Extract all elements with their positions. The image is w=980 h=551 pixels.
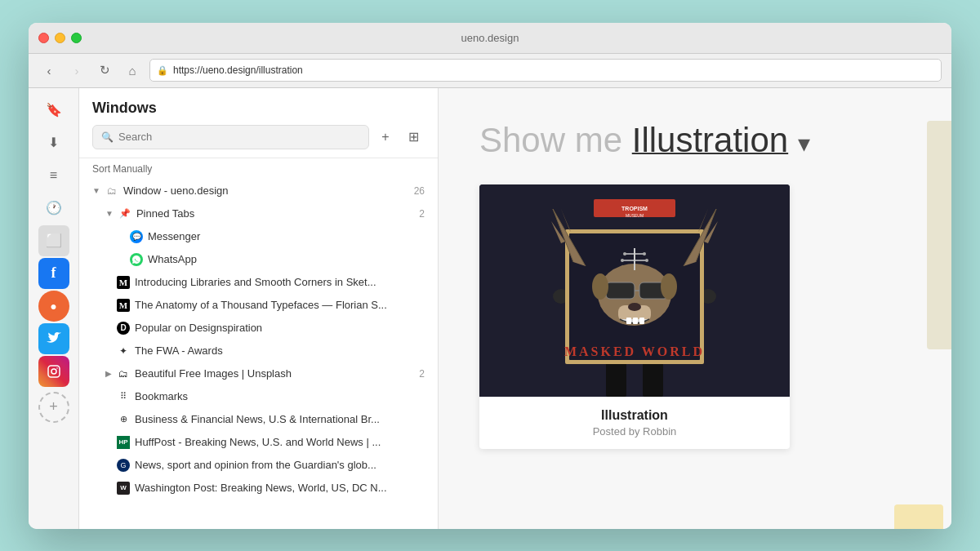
- maximize-button[interactable]: [71, 33, 82, 43]
- twitter-sidebar-btn[interactable]: [38, 323, 69, 354]
- svg-rect-25: [633, 318, 638, 324]
- list-item[interactable]: M The Anatomy of a Thousand Typefaces — …: [79, 294, 438, 317]
- forward-button[interactable]: ›: [66, 60, 87, 81]
- product-sidebar-btn[interactable]: ●: [38, 291, 69, 322]
- downloads-sidebar-btn[interactable]: ⬇: [38, 127, 69, 158]
- traffic-lights: [38, 33, 82, 43]
- facebook-sidebar-btn[interactable]: f: [38, 258, 69, 289]
- minimize-button[interactable]: [55, 33, 65, 43]
- list-item[interactable]: HP HuffPost - Breaking News, U.S. and Wo…: [79, 431, 438, 454]
- item-count: 2: [419, 208, 425, 220]
- bottom-partial-card: [894, 504, 943, 529]
- designspiration-icon: D: [117, 322, 130, 335]
- card-info: Illustration Posted by Robbin: [479, 397, 790, 449]
- list-item[interactable]: 💬 Messenger: [79, 225, 438, 248]
- washingtonpost-icon: W: [117, 482, 130, 495]
- svg-rect-24: [626, 318, 631, 324]
- list-item[interactable]: M Introducing Libraries and Smooth Corne…: [79, 271, 438, 294]
- svg-point-30: [623, 252, 626, 256]
- item-count: 26: [414, 185, 425, 197]
- reload-button[interactable]: ↻: [94, 60, 115, 81]
- card-container: TROPISM MUSEUM: [479, 184, 790, 449]
- readinglist-sidebar-btn[interactable]: ≡: [38, 160, 69, 191]
- list-item[interactable]: ⠿ Bookmarks: [79, 385, 438, 408]
- browser-window: ueno.design ‹ › ↻ ⌂ 🔒 https://ueno.desig…: [29, 23, 951, 529]
- window-title: ueno.design: [461, 32, 519, 44]
- address-bar[interactable]: 🔒 https://ueno.design/illustration: [149, 59, 942, 82]
- home-button[interactable]: ⌂: [122, 60, 143, 81]
- bookmarks-sidebar-btn[interactable]: 🔖: [38, 95, 69, 126]
- bookmarks-list: ▼ 🗂 Window - ueno.design 26 ▼ 📌 Pinned T…: [79, 178, 438, 529]
- item-label: Messenger: [148, 230, 425, 242]
- back-button[interactable]: ‹: [38, 60, 60, 81]
- lock-icon: 🔒: [157, 65, 168, 76]
- item-label: The FWA - Awards: [135, 344, 425, 357]
- svg-text:MUSEUM: MUSEUM: [626, 213, 644, 218]
- item-label: The Anatomy of a Thousand Typefaces — Fl…: [135, 299, 425, 311]
- right-partial-card: [927, 121, 951, 349]
- add-window-button[interactable]: +: [374, 126, 397, 149]
- item-label: Business & Financial News, U.S & Interna…: [135, 413, 425, 425]
- search-input[interactable]: [118, 131, 360, 143]
- svg-text:MASKED WORLD: MASKED WORLD: [564, 344, 705, 358]
- bookmarks-panel: Windows 🔍 + ⊞ Sort Manually ▼ 🗂 Window -…: [79, 88, 439, 529]
- bookmarks-grid-icon: ⠿: [117, 390, 130, 403]
- item-label: Window - ueno.design: [123, 184, 409, 197]
- item-label: WhatsApp: [148, 253, 425, 265]
- illustration-card[interactable]: TROPISM MUSEUM: [479, 184, 790, 449]
- svg-rect-0: [48, 366, 60, 377]
- item-label: Pinned Tabs: [136, 207, 414, 220]
- list-item[interactable]: D Popular on Designspiration: [79, 317, 438, 340]
- list-item[interactable]: ✦ The FWA - Awards: [79, 340, 438, 362]
- list-item[interactable]: W Washington Post: Breaking News, World,…: [79, 477, 438, 500]
- grid-view-button[interactable]: ⊞: [402, 126, 425, 149]
- instagram-sidebar-btn[interactable]: [38, 356, 69, 387]
- list-item[interactable]: ⊕ Business & Financial News, U.S & Inter…: [79, 408, 438, 431]
- svg-text:TROPISM: TROPISM: [621, 206, 648, 211]
- fwa-icon: ✦: [117, 344, 130, 358]
- dropdown-arrow-icon[interactable]: ▾: [798, 130, 810, 157]
- svg-point-31: [643, 252, 646, 256]
- whatsapp-icon: [130, 253, 143, 266]
- windows-sidebar-btn[interactable]: ⬜: [38, 225, 69, 256]
- medium-icon: M: [117, 276, 130, 289]
- svg-rect-17: [606, 282, 635, 299]
- search-icon: 🔍: [101, 131, 114, 143]
- guardian-icon: G: [117, 459, 130, 472]
- item-label: Beautiful Free Images | Unsplash: [135, 367, 414, 380]
- pin-icon: 📌: [118, 207, 131, 220]
- business-icon: ⊕: [117, 413, 130, 426]
- nav-bar: ‹ › ↻ ⌂ 🔒 https://ueno.design/illustrati…: [29, 54, 951, 88]
- item-label: News, sport and opinion from the Guardia…: [135, 459, 425, 471]
- list-item[interactable]: G News, sport and opinion from the Guard…: [79, 454, 438, 477]
- svg-point-32: [621, 259, 624, 262]
- item-count: 2: [419, 368, 425, 380]
- card-subtitle: Posted by Robbin: [492, 425, 777, 438]
- svg-point-23: [628, 303, 641, 311]
- history-sidebar-btn[interactable]: 🕐: [38, 193, 69, 224]
- list-item[interactable]: WhatsApp: [79, 248, 438, 271]
- close-button[interactable]: [38, 33, 49, 43]
- list-item[interactable]: ▶ 🗂 Beautiful Free Images | Unsplash 2: [79, 362, 438, 385]
- chevron-down-icon: ▼: [105, 209, 114, 218]
- page-heading: Show me Illustration ▾: [479, 121, 810, 160]
- list-item[interactable]: ▼ 📌 Pinned Tabs 2: [79, 202, 438, 225]
- title-bar: ueno.design: [29, 23, 951, 54]
- item-label: Washington Post: Breaking News, World, U…: [135, 482, 425, 494]
- svg-point-1: [51, 369, 56, 374]
- add-sidebar-btn[interactable]: +: [38, 392, 69, 423]
- search-input-wrap[interactable]: 🔍: [92, 125, 369, 149]
- item-label: HuffPost - Breaking News, U.S. and World…: [135, 436, 425, 448]
- svg-point-21: [661, 273, 677, 300]
- sort-label: Sort Manually: [79, 158, 438, 178]
- url-display: https://ueno.design/illustration: [173, 64, 303, 76]
- main-area: 🔖 ⬇ ≡ 🕐 ⬜ f ● +: [29, 88, 951, 529]
- card-image: TROPISM MUSEUM: [479, 184, 790, 397]
- chevron-down-icon: ▼: [92, 186, 100, 195]
- bookmarks-header: Windows 🔍 + ⊞: [79, 88, 438, 158]
- folder-icon: 🗂: [105, 184, 118, 198]
- list-item[interactable]: ▼ 🗂 Window - ueno.design 26: [79, 180, 438, 202]
- svg-point-33: [645, 259, 648, 262]
- chevron-right-icon: ▶: [105, 369, 112, 378]
- huffpost-icon: HP: [117, 436, 130, 449]
